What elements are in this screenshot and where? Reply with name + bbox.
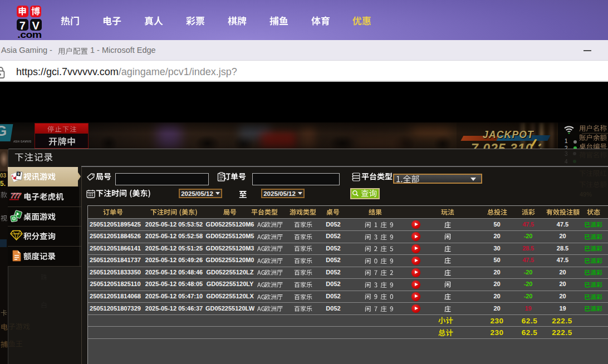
svg-text:777: 777 <box>11 191 21 200</box>
